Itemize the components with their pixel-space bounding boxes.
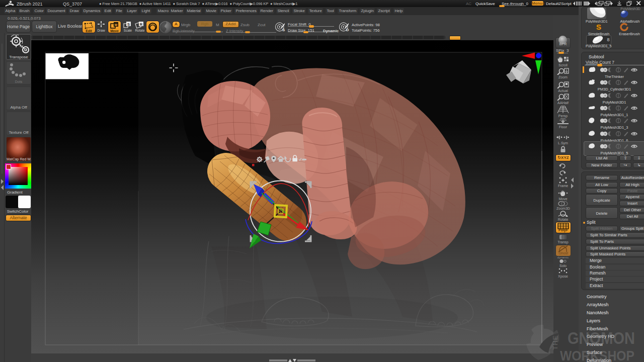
svg-text:Edit: Edit: [86, 29, 92, 33]
svg-text:Draw: Draw: [97, 29, 105, 32]
svg-text:THE: THE: [551, 335, 559, 350]
svg-text:M: M: [115, 23, 118, 27]
svg-text:Move: Move: [110, 29, 119, 33]
svg-text:Rotate: Rotate: [135, 29, 145, 32]
svg-text:S: S: [282, 28, 285, 32]
svg-text:D: D: [346, 28, 349, 32]
svg-text:S: S: [127, 22, 130, 27]
svg-text:8: 8: [607, 37, 609, 42]
svg-text:WORKSHOP: WORKSHOP: [560, 348, 634, 362]
svg-text:GNOMON: GNOMON: [568, 328, 635, 347]
svg-text:Scale: Scale: [124, 29, 132, 32]
svg-text:R: R: [140, 22, 143, 27]
